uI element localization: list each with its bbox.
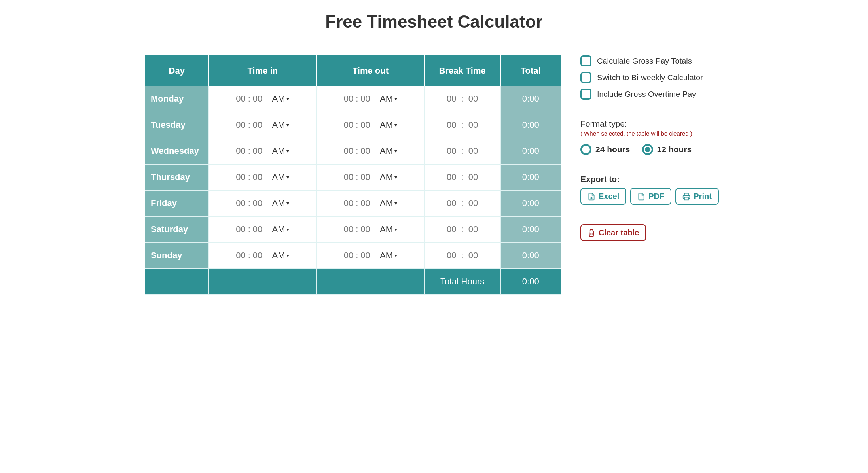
time-in-ampm-select[interactable]: AM▾ [272,172,289,182]
time-out-hour[interactable]: 00 [344,120,353,130]
button-label: Print [694,192,712,201]
time-in-ampm-select[interactable]: AM▾ [272,198,289,208]
break-minute[interactable]: 00 [468,120,478,130]
time-in-ampm-select[interactable]: AM▾ [272,146,289,156]
time-in-hour[interactable]: 00 [236,250,245,261]
break-hour[interactable]: 00 [447,120,456,130]
export-label: Export to: [580,174,723,184]
break-hour[interactable]: 00 [447,146,456,156]
time-in-hour[interactable]: 00 [236,198,245,208]
break-cell[interactable]: 00 : 00 [425,165,501,191]
time-in-ampm-select[interactable]: AM▾ [272,120,289,130]
time-out-cell[interactable]: 00:00 AM▾ [317,165,425,191]
clear-table-button[interactable]: Clear table [580,224,646,241]
option-biweekly[interactable]: Switch to Bi-weekly Calculator [580,72,723,83]
time-in-minute[interactable]: 00 [253,94,262,104]
time-out-ampm-select[interactable]: AM▾ [380,198,397,208]
break-hour[interactable]: 00 [447,250,456,261]
time-out-minute[interactable]: 00 [360,94,370,104]
option-gross-pay[interactable]: Calculate Gross Pay Totals [580,55,723,66]
chevron-down-icon: ▾ [394,174,397,180]
time-out-hour[interactable]: 00 [344,94,353,104]
export-excel-button[interactable]: Excel [580,188,626,205]
time-in-cell[interactable]: 00:00 AM▾ [209,112,317,138]
break-cell[interactable]: 00 : 00 [425,138,501,165]
time-sep: : [459,120,466,130]
time-out-ampm-select[interactable]: AM▾ [380,172,397,182]
time-out-cell[interactable]: 00:00 AM▾ [317,217,425,243]
chevron-down-icon: ▾ [286,148,289,154]
chevron-down-icon: ▾ [394,96,397,102]
break-minute[interactable]: 00 [468,172,478,182]
time-out-minute[interactable]: 00 [360,120,370,130]
time-in-ampm-select[interactable]: AM▾ [272,250,289,261]
time-out-hour[interactable]: 00 [344,224,353,235]
break-minute[interactable]: 00 [468,146,478,156]
time-out-hour[interactable]: 00 [344,198,353,208]
time-out-minute[interactable]: 00 [360,224,370,235]
break-minute[interactable]: 00 [468,94,478,104]
radio-icon [580,144,591,155]
time-out-hour[interactable]: 00 [344,172,353,182]
break-cell[interactable]: 00 : 00 [425,112,501,138]
time-out-ampm-select[interactable]: AM▾ [380,120,397,130]
time-in-minute[interactable]: 00 [253,224,262,235]
time-in-cell[interactable]: 00:00 AM▾ [209,138,317,165]
chevron-down-icon: ▾ [394,226,397,233]
time-in-minute[interactable]: 00 [253,120,262,130]
time-out-minute[interactable]: 00 [360,172,370,182]
sidebar: Calculate Gross Pay Totals Switch to Bi-… [580,55,723,295]
break-cell[interactable]: 00 : 00 [425,243,501,269]
break-cell[interactable]: 00 : 00 [425,217,501,243]
time-in-minute[interactable]: 00 [253,172,262,182]
time-in-hour[interactable]: 00 [236,172,245,182]
time-in-minute[interactable]: 00 [253,146,262,156]
time-in-cell[interactable]: 00:00 AM▾ [209,165,317,191]
break-minute[interactable]: 00 [468,198,478,208]
time-out-cell[interactable]: 00:00 AM▾ [317,86,425,112]
time-out-ampm-select[interactable]: AM▾ [380,250,397,261]
time-in-hour[interactable]: 00 [236,146,245,156]
time-out-hour[interactable]: 00 [344,146,353,156]
option-overtime[interactable]: Include Gross Overtime Pay [580,89,723,100]
time-out-ampm-select[interactable]: AM▾ [380,146,397,156]
time-out-ampm-select[interactable]: AM▾ [380,224,397,235]
time-in-hour[interactable]: 00 [236,120,245,130]
chevron-down-icon: ▾ [286,252,289,259]
time-in-hour[interactable]: 00 [236,224,245,235]
time-out-cell[interactable]: 00:00 AM▾ [317,138,425,165]
break-minute[interactable]: 00 [468,250,478,261]
time-out-cell[interactable]: 00:00 AM▾ [317,243,425,269]
time-in-cell[interactable]: 00:00 AM▾ [209,191,317,217]
time-in-hour[interactable]: 00 [236,94,245,104]
time-in-ampm-select[interactable]: AM▾ [272,224,289,235]
time-sep: : [356,120,358,130]
break-cell[interactable]: 00 : 00 [425,86,501,112]
page-title: Free Timesheet Calculator [8,12,860,32]
table-row: Sunday00:00 AM▾00:00 AM▾00 : 000:00 [145,243,561,269]
break-hour[interactable]: 00 [447,94,456,104]
time-out-ampm-select[interactable]: AM▾ [380,94,397,104]
break-cell[interactable]: 00 : 00 [425,191,501,217]
time-in-cell[interactable]: 00:00 AM▾ [209,86,317,112]
export-pdf-button[interactable]: PDF [630,188,671,205]
time-in-cell[interactable]: 00:00 AM▾ [209,243,317,269]
time-in-ampm-select[interactable]: AM▾ [272,94,289,104]
break-hour[interactable]: 00 [447,172,456,182]
radio-24-hours[interactable]: 24 hours [580,144,630,155]
break-minute[interactable]: 00 [468,224,478,235]
time-in-minute[interactable]: 00 [253,250,262,261]
export-print-button[interactable]: Print [675,188,719,205]
time-out-minute[interactable]: 00 [360,250,370,261]
time-out-minute[interactable]: 00 [360,146,370,156]
row-total: 0:00 [501,86,561,112]
time-in-minute[interactable]: 00 [253,198,262,208]
time-out-minute[interactable]: 00 [360,198,370,208]
time-in-cell[interactable]: 00:00 AM▾ [209,217,317,243]
break-hour[interactable]: 00 [447,198,456,208]
time-out-hour[interactable]: 00 [344,250,353,261]
time-out-cell[interactable]: 00:00 AM▾ [317,112,425,138]
radio-12-hours[interactable]: 12 hours [642,144,692,155]
time-out-cell[interactable]: 00:00 AM▾ [317,191,425,217]
break-hour[interactable]: 00 [447,224,456,235]
